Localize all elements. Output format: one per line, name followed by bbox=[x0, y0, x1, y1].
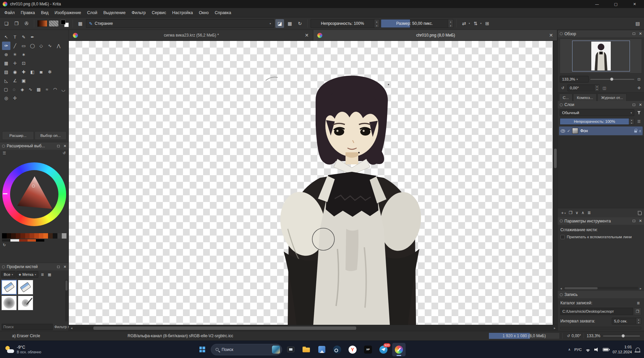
color-history-icon[interactable]: ↺ bbox=[61, 150, 67, 156]
opacity-slider[interactable]: Непрозрачность: 100% ▴▾ bbox=[311, 19, 379, 28]
scrollbar-thumb[interactable] bbox=[564, 287, 598, 289]
layer-opacity-slider[interactable]: Непрозрачность: 100% ▴▾ bbox=[560, 118, 634, 125]
chevron-down-icon[interactable]: ▾ bbox=[469, 22, 470, 25]
tool-assistants-icon[interactable]: ◺ bbox=[2, 76, 10, 85]
rotation-icon[interactable]: ↺ bbox=[565, 333, 571, 339]
capture-interval-spin[interactable]: 5,0 сек. ▴▾ bbox=[612, 318, 641, 324]
tool-edit-shapes-icon[interactable]: ✎ bbox=[19, 33, 28, 41]
tool-bezier-select-icon[interactable]: ◠ bbox=[51, 85, 59, 94]
tool-text-icon[interactable]: T bbox=[11, 33, 19, 41]
tool-freehand-select-icon[interactable]: ∿ bbox=[27, 85, 34, 94]
taskbar-app-gallery-app[interactable] bbox=[315, 343, 328, 356]
reload-preset-icon[interactable]: ↻ bbox=[295, 19, 304, 28]
close-tab-icon[interactable]: ✕ bbox=[305, 33, 309, 38]
layer-list-empty-area[interactable] bbox=[558, 136, 644, 208]
tool-crop-icon[interactable]: ⊡ bbox=[19, 59, 28, 67]
workspace-chooser-icon[interactable]: ▤ bbox=[633, 19, 642, 28]
tool-measure-icon[interactable]: ∠ bbox=[11, 76, 19, 85]
record-list-icon[interactable]: ≣ bbox=[635, 300, 641, 306]
close-docker-icon[interactable]: ✕ bbox=[639, 32, 642, 36]
clock[interactable]: 1:01 07.12.2024 bbox=[612, 345, 632, 355]
start-button[interactable] bbox=[195, 343, 209, 356]
brush-size-slider[interactable]: Размер: 50,00 пикс. ▴▾ bbox=[381, 19, 453, 28]
tool-polyline-icon[interactable]: ∿ bbox=[46, 42, 54, 50]
overview-preview[interactable] bbox=[560, 39, 642, 73]
duplicate-layer-button[interactable]: ❐ bbox=[569, 210, 572, 215]
scroll-right-arrow[interactable]: ▸ bbox=[638, 287, 643, 290]
mirror-view-icon[interactable]: ◫ bbox=[601, 85, 607, 91]
mirror-vertical-icon[interactable]: ⇅ bbox=[471, 19, 480, 28]
tray-overflow-chevron[interactable]: ∧ bbox=[568, 348, 570, 351]
history-swatch[interactable] bbox=[34, 233, 39, 239]
tool-line-icon[interactable]: ╱ bbox=[11, 42, 19, 50]
float-docker-icon[interactable] bbox=[633, 104, 635, 106]
taskbar-app-telegram[interactable]: 920 bbox=[377, 343, 390, 356]
menu-filter[interactable]: Фильтр bbox=[129, 8, 149, 17]
tool-colorize-mask-icon[interactable]: ✻ bbox=[46, 68, 54, 76]
tool-ellipse-select-icon[interactable]: ◌ bbox=[10, 85, 18, 94]
close-docker-icon[interactable]: ✕ bbox=[63, 144, 66, 148]
tool-gradient-icon[interactable]: ▧ bbox=[2, 68, 10, 76]
canvas[interactable] bbox=[69, 41, 557, 325]
close-button[interactable]: ✕ bbox=[625, 0, 644, 8]
taskbar-app-krita[interactable] bbox=[392, 343, 406, 356]
float-docker-icon[interactable] bbox=[633, 33, 635, 35]
brush-presets-chooser-icon[interactable]: ▦ bbox=[76, 19, 85, 28]
history-swatch[interactable] bbox=[2, 233, 7, 239]
float-docker-icon[interactable] bbox=[633, 220, 635, 222]
tool-rectangle-icon[interactable]: ▭ bbox=[19, 42, 28, 50]
taskbar-app-xppen[interactable]: XP bbox=[361, 343, 375, 356]
chevron-down-icon[interactable]: ▾ bbox=[480, 22, 482, 25]
tool-contiguous-select-icon[interactable]: ▩ bbox=[35, 85, 43, 94]
menu-settings[interactable]: Настройка bbox=[169, 8, 196, 17]
scroll-left-arrow[interactable]: ◂ bbox=[69, 326, 74, 330]
history-swatch[interactable] bbox=[19, 239, 28, 242]
notification-bell-icon[interactable] bbox=[636, 348, 640, 352]
opacity-spin-arrows[interactable]: ▴▾ bbox=[374, 19, 379, 28]
tool-freehand-brush-icon[interactable]: ✑ bbox=[2, 42, 10, 50]
tool-color-sampler-icon[interactable]: ◉ bbox=[11, 68, 19, 76]
close-docker-icon[interactable]: ✕ bbox=[63, 265, 66, 269]
rotation-spin-arrows[interactable]: ▴▾ bbox=[594, 85, 599, 91]
selector-settings-icon[interactable]: ☰ bbox=[1, 150, 7, 156]
new-document-icon[interactable]: ❏ bbox=[2, 19, 11, 28]
history-swatch[interactable] bbox=[36, 239, 44, 242]
canvas-vertical-scrollbar[interactable] bbox=[553, 41, 557, 325]
browse-folder-icon[interactable]: ❐ bbox=[634, 308, 641, 315]
language-indicator[interactable]: РУС bbox=[574, 348, 582, 352]
canvas-horizontal-scrollbar[interactable]: ◂ ▸ bbox=[69, 325, 557, 331]
taskbar-app-file-explorer[interactable] bbox=[300, 343, 313, 356]
history-swatch[interactable] bbox=[53, 233, 57, 239]
scrollbar-thumb[interactable] bbox=[65, 280, 67, 291]
battery-icon[interactable] bbox=[603, 348, 609, 351]
history-swatch[interactable] bbox=[30, 233, 34, 239]
zoom-slider[interactable] bbox=[603, 333, 640, 339]
document-tab-1[interactable]: chr010.png (8,0 МиБ)✕ bbox=[313, 30, 558, 41]
add-layer-button[interactable]: ＋▾ bbox=[560, 210, 566, 216]
history-swatch[interactable] bbox=[11, 233, 16, 239]
brush-preset-eraser[interactable] bbox=[18, 280, 33, 295]
tool-dynamic-brush-icon[interactable]: ⊛ bbox=[2, 50, 10, 59]
menu-view[interactable]: Вид bbox=[38, 8, 52, 17]
history-swatch[interactable] bbox=[62, 233, 66, 239]
tab-tool-options[interactable]: Выбор оп... bbox=[35, 131, 66, 140]
layer-properties-button[interactable]: ≣ bbox=[587, 210, 591, 215]
history-swatch[interactable] bbox=[39, 233, 44, 239]
layer-row[interactable]: ✓ Фон α bbox=[559, 126, 643, 135]
wraparound-mode-icon[interactable]: ⊞ bbox=[483, 19, 492, 28]
tool-pan-icon[interactable]: ✢ bbox=[11, 94, 19, 102]
brush-preset-soft[interactable] bbox=[1, 296, 17, 310]
tool-options-scrollbar[interactable]: ◂ ▸ bbox=[558, 286, 643, 290]
brush-preset-combo[interactable]: ✎ Стирание ▾ bbox=[86, 19, 274, 28]
layer-visibility-icon[interactable] bbox=[561, 130, 565, 133]
tool-ellipse-icon[interactable]: ◯ bbox=[28, 42, 37, 50]
rotation-reset-icon[interactable]: ↺ bbox=[560, 85, 566, 91]
menu-tools[interactable]: Сервис bbox=[149, 8, 169, 17]
move-layer-up-button[interactable]: ∧ bbox=[582, 210, 585, 215]
menu-image[interactable]: Изображение bbox=[52, 8, 84, 17]
history-swatch[interactable] bbox=[7, 233, 11, 239]
tool-magnetic-select-icon[interactable]: ◡ bbox=[59, 85, 67, 94]
tool-fill-icon[interactable]: ◧ bbox=[28, 68, 37, 76]
history-swatch[interactable] bbox=[20, 233, 25, 239]
fit-to-screen-icon[interactable]: ⊡ bbox=[636, 76, 642, 82]
